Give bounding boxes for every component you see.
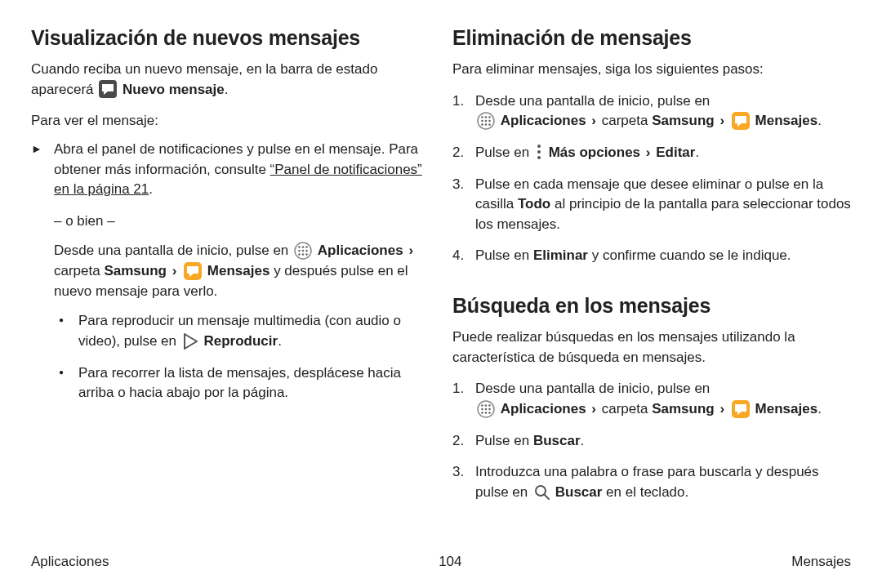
lead-view-message: Para ver el mensaje: (31, 111, 430, 131)
chevron-right-icon: › (718, 113, 726, 128)
text: carpeta (602, 401, 652, 416)
text: . (695, 145, 699, 160)
footer-right: Mensajes (791, 554, 851, 570)
or-divider: – o bien – (54, 212, 430, 232)
search-icon (533, 483, 550, 500)
step-open-panel: Abra el panel de notificaciones y pulse … (31, 140, 430, 200)
label-messages: Mensajes (755, 401, 818, 416)
step-delete-1: Desde una pantalla de inicio, pulse en A… (452, 91, 851, 131)
text: carpeta (602, 113, 652, 128)
apps-icon (477, 400, 495, 418)
text: . (225, 82, 229, 97)
page-footer: Aplicaciones 104 Mensajes (31, 554, 851, 570)
label-new-message: Nuevo mensaje (122, 82, 225, 97)
text: . (149, 181, 153, 197)
messages-app-icon (184, 262, 202, 280)
chevron-right-icon: › (644, 145, 653, 160)
more-options-icon (535, 144, 543, 160)
text: Desde una pantalla de inicio, pulse en (475, 381, 710, 396)
footer-left: Aplicaciones (31, 554, 109, 570)
messages-app-icon (732, 112, 750, 130)
chevron-right-icon: › (590, 113, 598, 128)
chevron-right-icon: › (590, 401, 598, 416)
text: carpeta (54, 263, 104, 278)
label-play: Reproducir (203, 333, 278, 349)
label-edit: Editar (656, 145, 695, 160)
chevron-right-icon: › (407, 243, 415, 258)
play-icon (182, 333, 198, 350)
step-search-3: Introduzca una palabra o frase para busc… (452, 462, 851, 502)
text: en el teclado. (602, 484, 688, 500)
label-messages: Mensajes (207, 263, 270, 278)
steps-delete: Desde una pantalla de inicio, pulse en A… (452, 91, 851, 266)
label-apps: Aplicaciones (501, 401, 586, 416)
label-apps: Aplicaciones (318, 243, 403, 258)
text: Pulse en (475, 433, 533, 448)
left-column: Visualización de nuevos mensajes Cuando … (31, 26, 430, 514)
step-delete-2: Pulse en Más opciones › Editar. (452, 143, 851, 163)
footer-page-number: 104 (439, 554, 461, 570)
intro-view-new: Cuando reciba un nuevo mensaje, en la ba… (31, 60, 430, 100)
text: Pulse en (475, 247, 533, 263)
bullet-scroll-list: Para recorrer la lista de mensajes, desp… (54, 363, 430, 403)
text: . (581, 433, 585, 448)
page-columns: Visualización de nuevos mensajes Cuando … (31, 26, 851, 514)
text: . (817, 401, 822, 416)
apps-icon (477, 112, 495, 130)
step-delete-4: Pulse en Eliminar y confirme cuando se l… (452, 246, 851, 266)
heading-view-new: Visualización de nuevos mensajes (31, 26, 430, 50)
messages-app-icon (732, 400, 750, 418)
step-delete-3: Pulse en cada mensaje que desee eliminar… (452, 175, 851, 235)
label-samsung: Samsung (652, 401, 715, 416)
right-column: Eliminación de mensajes Para eliminar me… (452, 26, 851, 514)
step-search-1: Desde una pantalla de inicio, pulse en A… (452, 379, 851, 419)
intro-delete: Para eliminar mensajes, siga los siguien… (452, 60, 851, 80)
label-apps: Aplicaciones (501, 113, 586, 128)
bullet-play-mms: Para reproducir un mensaje multimedia (c… (54, 311, 430, 351)
label-delete: Eliminar (533, 247, 588, 263)
label-more-options: Más opciones (549, 145, 640, 160)
label-messages: Mensajes (755, 113, 818, 128)
text: Pulse en (475, 145, 533, 160)
label-search-key: Buscar (555, 484, 603, 500)
text: . (278, 333, 282, 349)
steps-view-message: Abra el panel de notificaciones y pulse … (31, 140, 430, 200)
message-status-icon (99, 80, 117, 98)
label-samsung: Samsung (104, 263, 167, 278)
step-search-2: Pulse en Buscar. (452, 431, 851, 452)
heading-delete: Eliminación de mensajes (452, 26, 851, 50)
step-nav-messages: Desde una pantalla de inicio, pulse en A… (54, 241, 430, 301)
sub-bullets: Para reproducir un mensaje multimedia (c… (54, 311, 430, 403)
chevron-right-icon: › (718, 401, 726, 416)
apps-icon (294, 242, 312, 260)
text: Desde una pantalla de inicio, pulse en (54, 243, 292, 258)
chevron-right-icon: › (171, 263, 179, 278)
label-samsung: Samsung (652, 113, 715, 128)
heading-search: Búsqueda en los mensajes (452, 294, 851, 318)
text: Desde una pantalla de inicio, pulse en (475, 93, 710, 109)
steps-search: Desde una pantalla de inicio, pulse en A… (452, 379, 851, 502)
label-search: Buscar (533, 433, 581, 448)
intro-search: Puede realizar búsquedas en los mensajes… (452, 327, 851, 368)
label-all: Todo (518, 196, 550, 212)
text: y confirme cuando se le indique. (588, 247, 791, 263)
text: . (817, 113, 822, 128)
